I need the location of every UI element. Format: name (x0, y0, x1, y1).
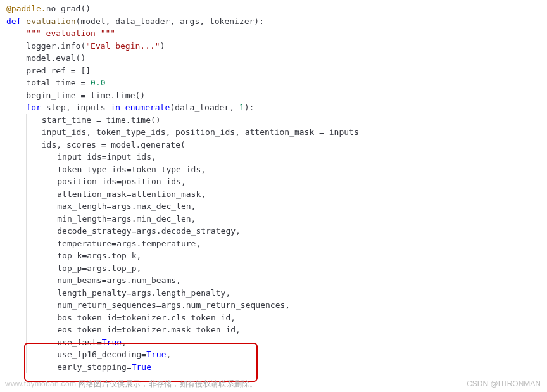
line-arg-token-type: token_type_ids=token_type_ids, (6, 163, 547, 176)
line-arg-topk: top_k=args.top_k, (6, 250, 547, 262)
line-for: for step, inputs in enumerate(data_loade… (6, 101, 547, 114)
line-arg-beams: num_beams=args.num_beams, (6, 274, 547, 287)
line-eval: model.eval() (6, 52, 547, 65)
line-arg-attention: attention_mask=attention_mask, (6, 188, 547, 201)
line-arg-usefast: use_fast=True, (6, 336, 547, 349)
line-generate: ids, scores = model.generate( (6, 139, 547, 151)
line-begintime: begin_time = time.time() (6, 89, 547, 102)
credit: CSDN @ITIRONMAN (467, 378, 541, 389)
decorator-call: no_grad (46, 4, 81, 13)
line-decorator: @paddle.no_grad() (6, 3, 547, 15)
line-predref: pred_ref = [] (6, 65, 547, 77)
line-totaltime: total_time = 0.0 (6, 77, 547, 89)
line-def: def evaluation(model, data_loader, args,… (6, 15, 547, 28)
line-arg-eos: eos_token_id=tokenizer.mask_token_id, (6, 324, 547, 336)
line-arg-penalty: length_penalty=args.length_penalty, (6, 287, 547, 300)
watermark-text: 网络图片仅供展示，非存储，如有侵权请联系删除。 (76, 379, 258, 388)
line-logger: logger.info("Eval begin...") (6, 40, 547, 53)
line-arg-topp: top_p=args.top_p, (6, 262, 547, 275)
line-arg-fp16: use_fp16_decoding=True, (6, 348, 547, 361)
line-arg-returnseq: num_return_sequences=args.num_return_seq… (6, 299, 547, 312)
line-arg-input-ids: input_ids=input_ids, (6, 151, 547, 163)
decorator-at: @paddle. (6, 4, 46, 13)
line-docstring: """ evaluation """ (6, 27, 547, 40)
line-arg-maxlen: max_length=args.max_dec_len, (6, 200, 547, 213)
code-block: @paddle.no_grad() def evaluation(model, … (6, 3, 547, 373)
watermark-domain: www.toymoban.com (5, 379, 76, 388)
line-arg-temperature: temperature=args.temperature, (6, 237, 547, 250)
watermark: www.toymoban.com 网络图片仅供展示，非存储，如有侵权请联系删除。 (5, 378, 258, 389)
line-arg-minlen: min_length=args.min_dec_len, (6, 213, 547, 225)
line-arg-bos: bos_token_id=tokenizer.cls_token_id, (6, 312, 547, 324)
line-arg-decode: decode_strategy=args.decode_strategy, (6, 225, 547, 237)
line-starttime: start_time = time.time() (6, 114, 547, 127)
line-arg-position: position_ids=position_ids, (6, 175, 547, 188)
line-arg-earlystop: early_stopping=True (6, 361, 547, 374)
line-inputs: input_ids, token_type_ids, position_ids,… (6, 126, 547, 139)
